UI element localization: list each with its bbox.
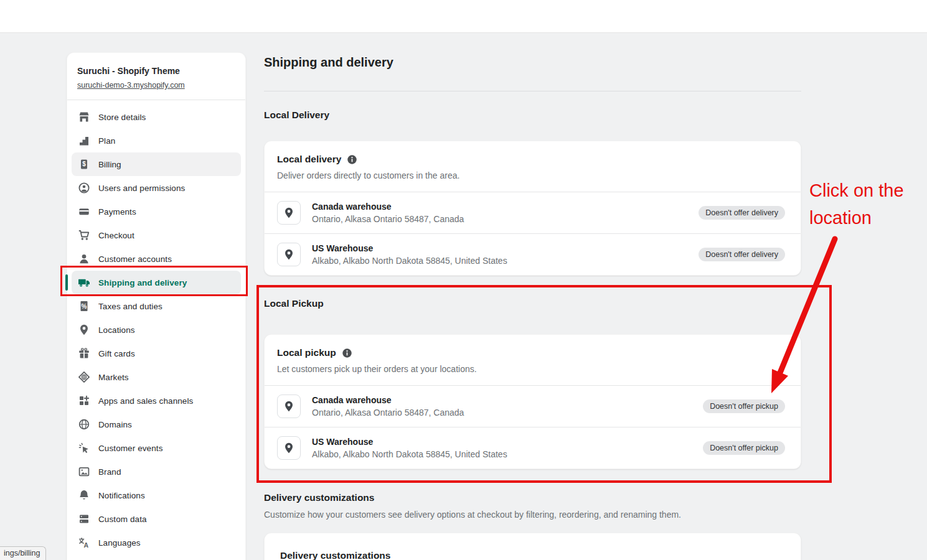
delivery-customizations-card: Delivery customizations	[264, 533, 801, 560]
store-name: Suruchi - Shopify Theme	[77, 65, 235, 77]
active-indicator	[65, 274, 68, 291]
link-preview-statusbar: ings/billing	[0, 546, 46, 560]
cart-icon	[78, 229, 90, 241]
user-circle-icon	[78, 182, 90, 194]
location-name: US Warehouse	[312, 242, 507, 254]
title-divider	[264, 91, 801, 91]
settings-sidebar: Suruchi - Shopify Theme suruchi-demo-3.m…	[67, 52, 246, 560]
sidebar-item-users-and-permissions[interactable]: Users and permissions	[72, 176, 241, 200]
page-title: Shipping and delivery	[264, 54, 801, 71]
info-icon[interactable]	[347, 154, 357, 165]
sidebar-item-brand[interactable]: Brand	[72, 460, 241, 483]
location-address: Ontario, Alkasa Ontario 58487, Canada	[312, 213, 464, 225]
store-domain-link[interactable]: suruchi-demo-3.myshopify.com	[77, 81, 185, 90]
sidebar-item-label: Shipping and delivery	[98, 278, 187, 287]
location-address: Alkabo, Alkabo North Dakota 58845, Unite…	[312, 254, 507, 267]
sidebar-item-label: Customer accounts	[98, 254, 172, 264]
local-pickup-card: Local pickup Let customers pick up their…	[264, 334, 801, 469]
sidebar-item-notifications[interactable]: Notifications	[72, 483, 241, 507]
status-badge: Doesn't offer delivery	[699, 206, 785, 220]
payment-card-icon	[78, 205, 90, 218]
sidebar-item-label: Billing	[98, 160, 121, 169]
local-delivery-card: Local delivery Deliver orders directly t…	[264, 141, 801, 276]
truck-icon	[78, 276, 90, 289]
sidebar-item-label: Payments	[98, 207, 136, 217]
location-row-canada-pickup[interactable]: Canada warehouse Ontario, Alkasa Ontario…	[265, 386, 801, 427]
card-title: Local delivery	[277, 152, 341, 166]
sidebar-item-checkout[interactable]: Checkout	[72, 223, 241, 247]
sidebar-item-domains[interactable]: Domains	[72, 413, 241, 436]
location-row-us-pickup[interactable]: US Warehouse Alkabo, Alkabo North Dakota…	[265, 427, 801, 469]
location-pin-icon	[78, 324, 90, 336]
sidebar-item-markets[interactable]: Markets	[72, 365, 241, 389]
sidebar-item-label: Plan	[98, 136, 115, 146]
info-icon[interactable]	[342, 348, 352, 358]
person-icon	[78, 253, 90, 265]
location-name: US Warehouse	[312, 436, 507, 448]
sidebar-item-apps-and-sales-channels[interactable]: Apps and sales channels	[72, 389, 241, 413]
sidebar-item-label: Languages	[98, 538, 141, 548]
billing-receipt-icon	[78, 158, 90, 170]
sidebar-item-label: Store details	[98, 113, 146, 122]
bell-icon	[78, 489, 90, 502]
cursor-sparkle-icon	[78, 442, 90, 454]
sidebar-item-shipping-and-delivery[interactable]: Shipping and delivery	[72, 271, 241, 294]
sidebar-item-label: Users and permissions	[98, 184, 185, 193]
globe-icon	[78, 418, 90, 431]
sidebar-item-taxes-and-duties[interactable]: Taxes and duties	[72, 294, 241, 318]
sidebar-item-label: Brand	[98, 467, 121, 477]
location-address: Alkabo, Alkabo North Dakota 58845, Unite…	[312, 448, 507, 460]
location-pin-icon	[277, 201, 301, 225]
status-badge: Doesn't offer delivery	[699, 248, 785, 261]
sidebar-item-label: Gift cards	[98, 349, 135, 358]
sidebar-store-header: Suruchi - Shopify Theme suruchi-demo-3.m…	[67, 53, 245, 100]
location-name: Canada warehouse	[312, 200, 464, 213]
sidebar-item-customer-accounts[interactable]: Customer accounts	[72, 247, 241, 271]
local-pickup-heading: Local Pickup	[264, 297, 801, 310]
database-icon	[78, 513, 90, 525]
status-badge: Doesn't offer pickup	[703, 399, 785, 413]
storefront-icon	[78, 111, 90, 123]
sidebar-item-custom-data[interactable]: Custom data	[72, 507, 241, 531]
card-title: Delivery customizations	[280, 550, 390, 560]
translate-icon	[78, 536, 90, 549]
delivery-customizations-subtitle: Customize how your customers see deliver…	[264, 508, 801, 521]
sidebar-item-languages[interactable]: Languages	[72, 531, 241, 554]
location-pin-icon	[277, 436, 301, 460]
brand-image-icon	[78, 465, 90, 478]
location-row-canada-delivery[interactable]: Canada warehouse Ontario, Alkasa Ontario…	[265, 192, 801, 233]
sidebar-item-partial[interactable]	[72, 554, 241, 560]
sidebar-item-label: Custom data	[98, 515, 147, 524]
status-badge: Doesn't offer pickup	[703, 441, 785, 455]
apps-grid-icon	[78, 394, 90, 407]
location-pin-icon	[277, 243, 301, 266]
plan-steps-icon	[78, 134, 90, 147]
shopify-settings-page: Suruchi - Shopify Theme suruchi-demo-3.m…	[0, 0, 927, 560]
card-title: Local pickup	[277, 346, 336, 360]
local-pickup-card-head: Local pickup Let customers pick up their…	[265, 335, 801, 385]
local-delivery-heading: Local Delivery	[264, 109, 801, 121]
sidebar-item-payments[interactable]: Payments	[72, 200, 241, 223]
sidebar-item-label: Customer events	[98, 444, 163, 453]
sidebar-item-billing[interactable]: Billing	[72, 152, 241, 176]
location-pin-icon	[277, 394, 301, 418]
settings-content: Shipping and delivery Local Delivery Loc…	[264, 32, 801, 560]
markets-globe-icon	[78, 371, 90, 383]
sidebar-item-gift-cards[interactable]: Gift cards	[72, 342, 241, 365]
sidebar-item-store-details[interactable]: Store details	[72, 105, 241, 129]
sidebar-item-label: Taxes and duties	[98, 302, 162, 311]
sidebar-item-label: Checkout	[98, 231, 134, 240]
sidebar-item-plan[interactable]: Plan	[72, 129, 241, 152]
card-subtitle: Deliver orders directly to customers in …	[277, 169, 785, 182]
tax-percent-icon	[78, 300, 90, 312]
delivery-customizations-heading: Delivery customizations	[264, 492, 801, 504]
sidebar-item-label: Locations	[98, 325, 135, 335]
card-subtitle: Let customers pick up their orders at yo…	[277, 363, 785, 375]
location-address: Ontario, Alkasa Ontario 58487, Canada	[312, 406, 464, 419]
location-row-us-delivery[interactable]: US Warehouse Alkabo, Alkabo North Dakota…	[265, 234, 801, 275]
sidebar-item-label: Notifications	[98, 491, 145, 500]
local-delivery-card-head: Local delivery Deliver orders directly t…	[265, 141, 801, 192]
settings-nav: Store detailsPlanBillingUsers and permis…	[67, 100, 245, 560]
sidebar-item-locations[interactable]: Locations	[72, 318, 241, 342]
sidebar-item-customer-events[interactable]: Customer events	[72, 436, 241, 460]
